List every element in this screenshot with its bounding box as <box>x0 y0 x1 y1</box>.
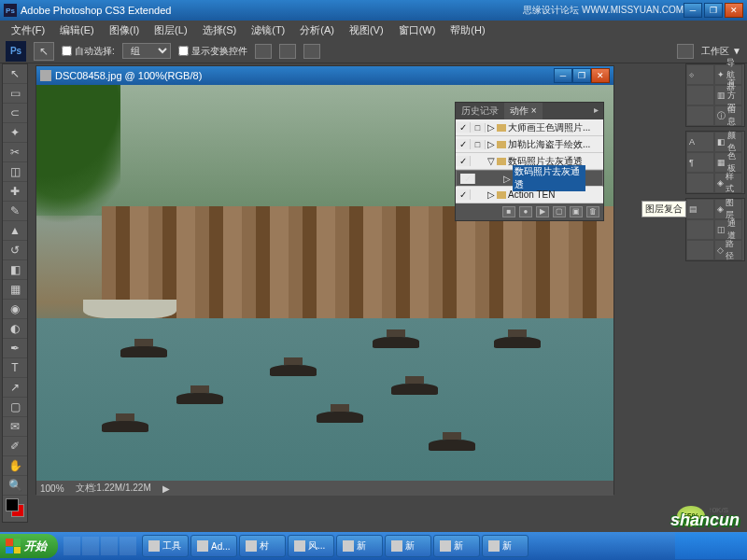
hand-tool[interactable]: ✋ <box>3 456 27 476</box>
document-titlebar[interactable]: DSC08458.jpg @ 100%(RGB/8) ─ ❐ ✕ <box>36 66 613 85</box>
menu-window[interactable]: 窗口(W) <box>391 21 444 39</box>
action-row[interactable]: ✓□ ▷加勒比海盗手绘效... <box>456 136 603 153</box>
path-tool[interactable]: ↗ <box>3 378 27 398</box>
start-button[interactable]: 开始 <box>0 534 58 558</box>
crop-tool[interactable]: ✂ <box>3 143 27 162</box>
channels-panel-button[interactable]: ◫通道 <box>714 219 742 240</box>
menu-select[interactable]: 选择(S) <box>195 21 245 39</box>
zoom-level[interactable]: 100% <box>40 483 64 494</box>
type-tool[interactable]: T <box>3 358 27 378</box>
slice-tool[interactable]: ◫ <box>3 162 27 182</box>
system-tray[interactable] <box>675 533 747 559</box>
auto-select-dropdown[interactable]: 组 <box>122 43 171 59</box>
eyedropper-tool[interactable]: ✐ <box>3 437 27 456</box>
para-panel-icon[interactable]: ¶ <box>686 152 714 173</box>
new-action-icon[interactable]: ▣ <box>570 206 583 217</box>
styles-panel-button[interactable]: ◈样式 <box>714 173 742 193</box>
menu-analysis[interactable]: 分析(A) <box>292 21 342 39</box>
actions-tab[interactable]: 动作 × <box>504 103 543 119</box>
show-transform-checkbox[interactable]: 显示变换控件 <box>178 45 247 58</box>
move-tool[interactable]: ↖ <box>3 64 27 84</box>
tray-icon[interactable] <box>681 539 694 553</box>
menu-file[interactable]: 文件(F) <box>4 21 52 39</box>
heal-tool[interactable]: ✚ <box>3 182 27 202</box>
tray-icon[interactable] <box>728 539 741 553</box>
action-row-selected[interactable]: ✓ ▷数码照片去灰通透 <box>456 170 603 187</box>
paths-panel-button[interactable]: ◇路径 <box>714 240 742 260</box>
tray-icon[interactable] <box>712 539 726 553</box>
lasso-tool[interactable]: ⊂ <box>3 104 27 123</box>
align-icon-1[interactable] <box>255 44 272 59</box>
stop-icon[interactable]: ■ <box>502 206 515 217</box>
align-icon-2[interactable] <box>279 44 296 59</box>
panel-menu-icon[interactable]: ▸ <box>589 103 603 119</box>
zoom-tool[interactable]: 🔍 <box>3 476 27 496</box>
ql-icon[interactable] <box>101 537 118 555</box>
menu-image[interactable]: 图像(I) <box>102 21 147 39</box>
swatches-panel-button[interactable]: ▦色板 <box>714 152 742 173</box>
brush-tool[interactable]: ✎ <box>3 202 27 221</box>
minimize-button[interactable]: ─ <box>684 3 702 18</box>
actions-panel-buttons: ■ ● ▶ ▢ ▣ 🗑 <box>456 203 603 220</box>
task-button[interactable]: 村 <box>239 535 286 557</box>
maximize-button[interactable]: ❐ <box>704 3 723 18</box>
action-row[interactable]: ✓□ ▷大师画王色调照片... <box>456 119 603 136</box>
info-panel-button[interactable]: ⓘ信息 <box>714 105 742 126</box>
dock-toggle-icon[interactable]: ⟐ <box>686 64 714 85</box>
ql-icon[interactable] <box>63 537 80 555</box>
task-button[interactable]: 新 <box>433 535 480 557</box>
status-arrow-icon[interactable]: ▶ <box>162 483 170 494</box>
char-panel-icon[interactable]: A <box>686 132 714 152</box>
eraser-tool[interactable]: ◧ <box>3 260 27 280</box>
workspace: ↖ ▭ ⊂ ✦ ✂ ◫ ✚ ✎ ▲ ↺ ◧ ▦ ◉ ◐ ✒ T ↗ ▢ ✉ ✐ … <box>0 63 747 532</box>
task-button[interactable]: 工具 <box>142 535 189 557</box>
history-tab[interactable]: 历史记录 <box>456 103 504 119</box>
menu-layer[interactable]: 图层(L) <box>147 21 194 39</box>
ql-icon[interactable] <box>120 537 136 555</box>
play-icon[interactable]: ▶ <box>536 206 549 217</box>
foreground-color[interactable] <box>6 498 19 511</box>
go-to-bridge-icon[interactable] <box>677 44 694 59</box>
marquee-tool[interactable]: ▭ <box>3 84 27 104</box>
doc-close-button[interactable]: ✕ <box>591 68 610 83</box>
color-panel-button[interactable]: ◧颜色 <box>714 132 742 152</box>
histogram-panel-button[interactable]: ▥直方图 <box>714 85 742 105</box>
tray-icon[interactable] <box>697 539 710 553</box>
document-canvas[interactable]: 历史记录 动作 × ▸ ✓□ ▷大师画王色调照片... ✓□ ▷加勒比海盗手绘效… <box>36 85 613 481</box>
ps-logo[interactable]: Ps <box>6 41 26 62</box>
trash-icon[interactable]: 🗑 <box>586 206 599 217</box>
ql-icon[interactable] <box>82 537 99 555</box>
layer-comp-icon[interactable]: ▤ <box>686 199 714 219</box>
pen-tool[interactable]: ✒ <box>3 339 27 358</box>
menu-view[interactable]: 视图(V) <box>342 21 391 39</box>
workspace-dropdown[interactable]: 工作区 ▼ <box>701 45 741 58</box>
task-button[interactable]: 风... <box>288 535 334 557</box>
task-button[interactable]: 新 <box>385 535 431 557</box>
gradient-tool[interactable]: ▦ <box>3 280 27 300</box>
align-icon-3[interactable] <box>303 44 320 59</box>
color-swatches[interactable] <box>3 496 27 522</box>
record-icon[interactable]: ● <box>519 206 532 217</box>
new-set-icon[interactable]: ▢ <box>553 206 566 217</box>
image-boat <box>429 440 475 451</box>
dodge-tool[interactable]: ◐ <box>3 319 27 339</box>
task-button[interactable]: Ad... <box>190 535 237 557</box>
shape-tool[interactable]: ▢ <box>3 398 27 417</box>
task-button[interactable]: 新 <box>336 535 383 557</box>
task-button[interactable]: 新 <box>482 535 529 557</box>
wand-tool[interactable]: ✦ <box>3 123 27 143</box>
auto-select-checkbox[interactable]: 自动选择: <box>62 45 115 58</box>
close-button[interactable]: ✕ <box>725 3 743 18</box>
menu-filter[interactable]: 滤镜(T) <box>244 21 292 39</box>
history-brush-tool[interactable]: ↺ <box>3 241 27 260</box>
doc-minimize-button[interactable]: ─ <box>554 68 572 83</box>
menu-help[interactable]: 帮助(H) <box>443 21 492 39</box>
blur-tool[interactable]: ◉ <box>3 300 27 319</box>
menu-edit[interactable]: 编辑(E) <box>52 21 102 39</box>
watermark-text: 思缘设计论坛 WWW.MISSYUAN.COM <box>523 4 684 17</box>
notes-tool[interactable]: ✉ <box>3 417 27 437</box>
stamp-tool[interactable]: ▲ <box>3 221 27 241</box>
doc-maximize-button[interactable]: ❐ <box>572 68 591 83</box>
layers-panel-button[interactable]: ◈图层 <box>714 199 742 219</box>
action-row[interactable]: ✓ ▷Action TEN <box>456 187 603 203</box>
